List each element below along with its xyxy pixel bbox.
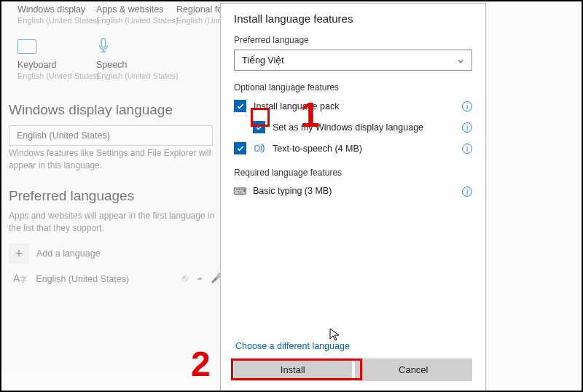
language-pack-icon: ⎋ [182,273,191,283]
preferred-languages-hint: Apps and websites will appear in the fir… [9,210,220,235]
add-language-button[interactable]: + Add a language [9,243,101,264]
install-language-pack-checkbox[interactable] [234,100,246,112]
basic-typing-icon: ⌨ [234,185,246,197]
info-icon[interactable]: i [462,101,472,111]
preferred-language-label: Preferred language [234,35,472,45]
tile-windows-display-title: Windows display [17,4,100,15]
chevron-down-icon [457,57,464,64]
feature-install-language-pack: Install language pack i [234,100,472,112]
text-to-speech-checkbox[interactable] [234,142,246,154]
optional-features-label: Optional language features [234,82,472,93]
set-display-language-checkbox[interactable] [253,121,265,133]
tile-speech-sub: English (United States) [96,71,179,80]
required-features-label: Required language features [234,168,472,178]
windows-display-language-hint: Windows features like Settings and File … [9,147,220,172]
feature-set-display-language: Set as my Windows display language i [253,121,472,133]
info-icon[interactable]: i [462,122,472,133]
language-item-icons: ⎋ ☁ 🎤 [182,273,225,283]
windows-display-language-select[interactable]: English (United States) [9,125,213,146]
install-language-features-dialog: Install language features Preferred lang… [220,3,486,392]
info-icon[interactable]: i [462,144,472,154]
language-az-icon: A字 [13,273,27,285]
tile-windows-display-sub: English (United States) [17,16,100,25]
tile-apps-sub: English (United States) [96,16,179,25]
plus-icon: + [9,243,29,264]
language-item-english[interactable]: English (United States) [36,274,129,284]
keyboard-icon [17,39,36,54]
basic-typing-label: Basic typing (3 MB) [253,186,332,196]
install-button[interactable]: Install [234,358,352,381]
tile-speech-title: Speech [96,60,179,70]
section-windows-display-language: Windows display language [9,102,173,118]
text-to-speech-label: Text-to-speech (4 MB) [273,144,362,154]
section-preferred-languages: Preferred languages [9,188,134,204]
svg-rect-0 [101,39,106,47]
choose-different-language-link[interactable]: Choose a different language [235,341,472,351]
install-language-pack-label: Install language pack [254,101,339,111]
text-to-speech-icon [254,143,265,154]
dialog-title: Install language features [234,12,472,25]
info-icon[interactable]: i [462,187,472,197]
set-display-language-label: Set as my Windows display language [273,122,423,133]
cancel-button[interactable]: Cancel [355,358,473,381]
add-language-label: Add a language [36,248,101,259]
tile-apps-title: Apps & websites [96,4,179,15]
tile-keyboard-title: Keyboard [17,60,100,70]
feature-text-to-speech: Text-to-speech (4 MB) i [234,142,472,154]
svg-rect-1 [254,146,259,152]
preferred-language-select[interactable]: Tiếng Việt [234,50,472,71]
preferred-language-value: Tiếng Việt [242,55,284,66]
microphone-icon [96,38,111,54]
tile-keyboard-sub: English (United States) [17,71,100,80]
tts-small-icon: ☁ [197,273,206,283]
feature-basic-typing: ⌨ Basic typing (3 MB) i [234,185,472,197]
